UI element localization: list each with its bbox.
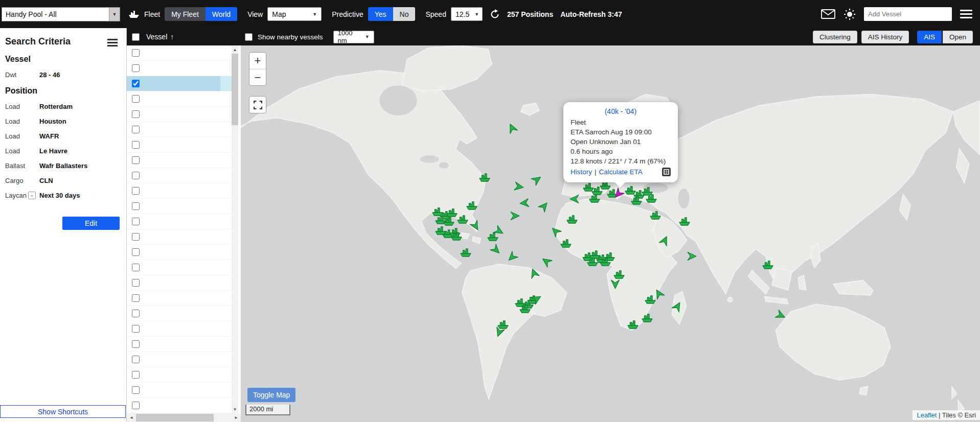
popup-vessel-title[interactable]: (40k - '04) bbox=[571, 107, 671, 115]
vessel-marker[interactable] bbox=[479, 173, 490, 184]
show-shortcuts-button[interactable]: Show Shortcuts bbox=[0, 405, 126, 418]
predictive-no-button[interactable]: No bbox=[393, 7, 416, 21]
vessel-marker[interactable] bbox=[610, 279, 620, 291]
world-button[interactable]: World bbox=[206, 7, 237, 21]
laycan-minus-box[interactable]: - bbox=[28, 192, 36, 199]
vessel-row[interactable] bbox=[127, 245, 232, 260]
vessel-marker[interactable] bbox=[654, 289, 664, 300]
vessel-marker[interactable] bbox=[660, 236, 670, 247]
pool-select[interactable]: Handy Pool - All bbox=[2, 7, 120, 21]
vessel-marker[interactable] bbox=[460, 248, 471, 259]
vessel-row-checkbox[interactable] bbox=[132, 325, 140, 333]
vessel-marker[interactable] bbox=[510, 211, 520, 223]
criteria-menu-icon[interactable] bbox=[107, 39, 118, 46]
calculate-eta-link[interactable]: Calculate ETA bbox=[599, 168, 643, 176]
vessel-row[interactable] bbox=[127, 398, 232, 413]
scroll-left-icon[interactable] bbox=[127, 413, 135, 422]
vessel-marker[interactable] bbox=[507, 252, 517, 264]
vessel-row-checkbox[interactable] bbox=[132, 218, 140, 225]
vessel-row[interactable] bbox=[127, 137, 232, 153]
vessel-row[interactable] bbox=[127, 383, 232, 398]
scroll-right-icon[interactable] bbox=[232, 413, 240, 422]
vessel-row-checkbox[interactable] bbox=[132, 156, 140, 164]
scroll-up-icon[interactable] bbox=[232, 46, 238, 53]
vessel-row-checkbox[interactable] bbox=[132, 172, 140, 179]
horizontal-scroll-thumb[interactable] bbox=[136, 414, 214, 421]
vessel-row[interactable] bbox=[127, 321, 232, 337]
vessel-marker[interactable] bbox=[631, 196, 642, 207]
map-canvas[interactable]: + − (40k - '04) Fleet ETA Sarroch Aug 19… bbox=[241, 45, 980, 422]
vessel-marker[interactable] bbox=[551, 226, 560, 238]
vessel-marker[interactable] bbox=[589, 194, 600, 205]
vessel-row[interactable] bbox=[127, 107, 232, 122]
vessel-row-checkbox[interactable] bbox=[132, 279, 140, 287]
speed-select[interactable]: 12.5 bbox=[451, 7, 483, 21]
vessel-row-checkbox[interactable] bbox=[132, 386, 140, 394]
vessel-row[interactable] bbox=[127, 61, 232, 76]
vessel-row[interactable] bbox=[127, 199, 232, 214]
vessel-row[interactable] bbox=[127, 367, 232, 383]
vessel-marker[interactable] bbox=[519, 198, 529, 210]
vessel-marker[interactable] bbox=[650, 211, 661, 222]
zoom-in-button[interactable]: + bbox=[249, 53, 266, 69]
selected-vessel-marker[interactable] bbox=[613, 189, 623, 201]
vessel-row[interactable] bbox=[127, 306, 232, 321]
vessel-marker[interactable] bbox=[566, 215, 578, 226]
my-fleet-button[interactable]: My Fleet bbox=[165, 7, 206, 21]
clustering-button[interactable]: Clustering bbox=[813, 31, 857, 43]
vessel-marker[interactable] bbox=[679, 217, 690, 228]
history-link[interactable]: History bbox=[571, 168, 592, 176]
vessel-marker[interactable] bbox=[471, 221, 481, 233]
toggle-map-button[interactable]: Toggle Map bbox=[247, 388, 295, 402]
pool-select-arrow-icon[interactable] bbox=[109, 8, 120, 21]
vessel-marker[interactable] bbox=[646, 194, 657, 205]
vessel-row[interactable] bbox=[127, 352, 232, 367]
vessel-marker[interactable] bbox=[507, 123, 517, 135]
select-all-checkbox[interactable] bbox=[132, 33, 140, 41]
show-nearby-checkbox[interactable] bbox=[245, 33, 253, 41]
vessel-row[interactable] bbox=[127, 275, 232, 291]
zoom-out-button[interactable]: − bbox=[249, 69, 266, 85]
view-select[interactable]: Map bbox=[267, 7, 322, 21]
add-vessel-input[interactable] bbox=[864, 7, 952, 21]
vessel-row-checkbox[interactable] bbox=[132, 126, 140, 133]
vessel-marker[interactable] bbox=[587, 257, 598, 268]
vessel-row[interactable] bbox=[127, 153, 232, 168]
vessel-row-checkbox[interactable] bbox=[132, 49, 140, 57]
brightness-icon[interactable] bbox=[844, 8, 856, 20]
vessel-marker[interactable] bbox=[687, 251, 697, 263]
vessel-row-checkbox[interactable] bbox=[132, 248, 140, 256]
vessel-marker[interactable] bbox=[519, 304, 531, 315]
scroll-down-icon[interactable] bbox=[232, 406, 238, 413]
vessel-row[interactable] bbox=[127, 45, 232, 61]
predictive-yes-button[interactable]: Yes bbox=[368, 7, 393, 21]
vessel-marker[interactable] bbox=[569, 194, 579, 206]
vessel-marker[interactable] bbox=[560, 239, 572, 250]
vessel-marker[interactable] bbox=[532, 175, 542, 186]
vessel-row[interactable] bbox=[127, 291, 232, 306]
vessel-marker[interactable] bbox=[776, 311, 786, 322]
vessel-row[interactable] bbox=[127, 76, 232, 91]
ais-history-button[interactable]: AIS History bbox=[861, 31, 909, 43]
vessel-marker[interactable] bbox=[539, 201, 549, 213]
vessel-row[interactable] bbox=[127, 229, 232, 245]
vessel-marker[interactable] bbox=[494, 327, 504, 339]
vessel-row-checkbox[interactable] bbox=[132, 95, 140, 103]
vessel-row-checkbox[interactable] bbox=[132, 371, 140, 379]
vessel-row-checkbox[interactable] bbox=[132, 187, 140, 195]
vessel-row[interactable] bbox=[127, 183, 232, 199]
fullscreen-button[interactable] bbox=[249, 96, 266, 113]
sort-ascending-icon[interactable]: ↑ bbox=[170, 33, 174, 41]
vessel-marker[interactable] bbox=[642, 314, 653, 324]
vessel-row-checkbox[interactable] bbox=[132, 402, 140, 409]
refresh-icon[interactable] bbox=[490, 9, 500, 19]
horizontal-scrollbar[interactable] bbox=[127, 413, 241, 422]
vessel-marker[interactable] bbox=[451, 232, 462, 243]
vessel-marker[interactable] bbox=[762, 261, 773, 271]
vessel-row[interactable] bbox=[127, 122, 232, 137]
vertical-scroll-thumb[interactable] bbox=[232, 54, 238, 125]
vessel-row-checkbox[interactable] bbox=[132, 340, 140, 348]
ais-button[interactable]: AIS bbox=[917, 31, 942, 43]
leaflet-link[interactable]: Leaflet bbox=[917, 411, 937, 419]
vessel-marker[interactable] bbox=[532, 294, 542, 306]
